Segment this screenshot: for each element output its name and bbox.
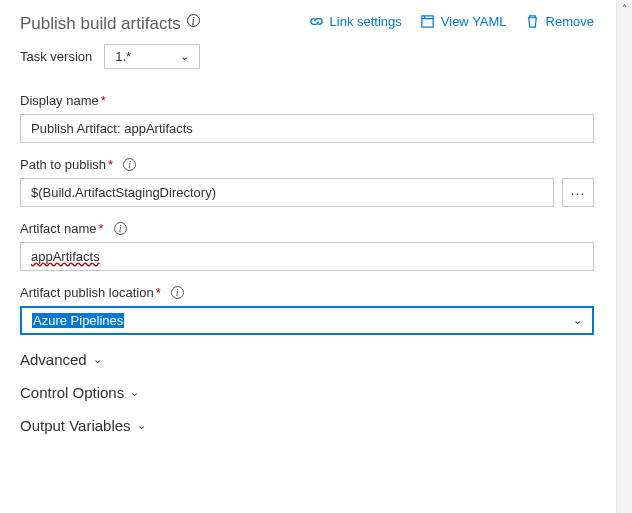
remove-button[interactable]: Remove (525, 14, 594, 29)
publish-location-label: Artifact publish location (20, 285, 154, 300)
chevron-down-icon: ⌄ (130, 386, 139, 399)
view-yaml-button[interactable]: View YAML (420, 14, 507, 29)
info-icon[interactable]: i (171, 286, 184, 299)
task-version-label: Task version (20, 49, 92, 64)
display-name-input[interactable] (20, 114, 594, 143)
section-output-variables[interactable]: Output Variables ⌄ (20, 417, 594, 434)
artifact-name-input[interactable]: appArtifacts (20, 242, 594, 271)
chevron-down-icon: ⌄ (573, 314, 582, 327)
link-icon (309, 14, 324, 29)
section-control-options-label: Control Options (20, 384, 124, 401)
scroll-up-icon[interactable]: ˄ (616, 0, 632, 16)
view-yaml-label: View YAML (441, 14, 507, 29)
browse-button[interactable]: ··· (562, 178, 594, 207)
publish-location-value: Azure Pipelines (32, 313, 124, 328)
publish-location-select[interactable]: Azure Pipelines ⌄ (20, 306, 594, 335)
path-to-publish-input[interactable] (20, 178, 554, 207)
path-to-publish-label: Path to publish (20, 157, 106, 172)
info-icon[interactable]: i (187, 14, 200, 27)
remove-label: Remove (546, 14, 594, 29)
display-name-label: Display name (20, 93, 99, 108)
info-icon[interactable]: i (114, 222, 127, 235)
info-icon[interactable]: i (123, 158, 136, 171)
header-actions: Link settings View YAML Remove (309, 14, 594, 29)
yaml-icon (420, 14, 435, 29)
required-asterisk: * (156, 285, 161, 300)
section-output-variables-label: Output Variables (20, 417, 131, 434)
page-title: Publish build artifacts (20, 14, 181, 34)
section-advanced[interactable]: Advanced ⌄ (20, 351, 594, 368)
required-asterisk: * (108, 157, 113, 172)
chevron-down-icon: ⌄ (137, 419, 146, 432)
scrollbar[interactable]: ˄ (616, 0, 632, 513)
link-settings-label: Link settings (330, 14, 402, 29)
artifact-name-value: appArtifacts (31, 249, 100, 264)
chevron-down-icon: ⌄ (180, 50, 189, 63)
section-control-options[interactable]: Control Options ⌄ (20, 384, 594, 401)
artifact-name-label: Artifact name (20, 221, 97, 236)
svg-rect-0 (422, 16, 433, 27)
task-version-value: 1.* (115, 49, 131, 64)
required-asterisk: * (101, 93, 106, 108)
task-version-select[interactable]: 1.* ⌄ (104, 44, 200, 69)
required-asterisk: * (99, 221, 104, 236)
trash-icon (525, 14, 540, 29)
link-settings-button[interactable]: Link settings (309, 14, 402, 29)
chevron-down-icon: ⌄ (93, 353, 102, 366)
section-advanced-label: Advanced (20, 351, 87, 368)
